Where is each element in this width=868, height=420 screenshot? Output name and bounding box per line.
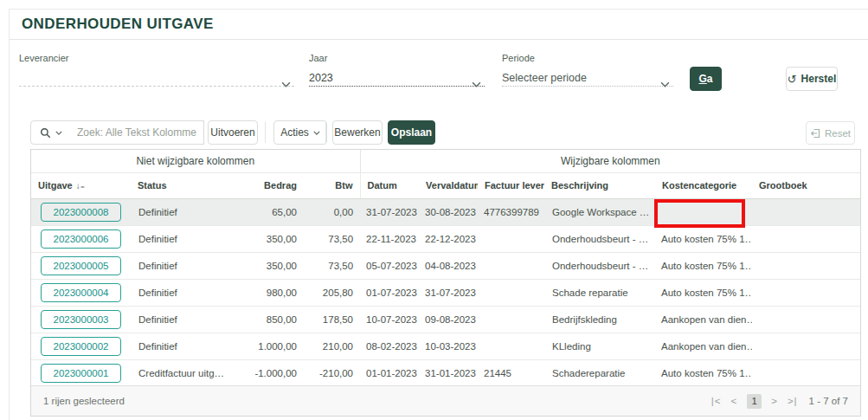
cell-beschrijving[interactable]: Onderhoudsbeurt - … <box>544 225 655 252</box>
cell-btw: 0,00 <box>304 198 360 225</box>
search-input[interactable] <box>70 120 204 145</box>
go-button[interactable]: Ga <box>690 67 722 91</box>
column-header-bedrag[interactable]: Bedrag <box>248 172 304 198</box>
cell-uitgave: 2023000004 <box>31 279 131 306</box>
cell-kostencategorie[interactable]: Aankopen van dien… <box>655 306 752 333</box>
column-header-datum[interactable]: Datum <box>360 172 419 198</box>
cell-datum[interactable]: 01-01-2023 <box>360 359 419 386</box>
cell-btw: 73,50 <box>304 225 360 252</box>
table-row: 2023000001Creditfactuur uitg…-1.000,00-2… <box>31 359 860 386</box>
search-options-button[interactable] <box>30 120 71 145</box>
uitgave-id-button[interactable]: 2023000001 <box>41 364 121 383</box>
cell-kostencategorie[interactable]: Auto kosten 75% 1… <box>655 279 752 306</box>
cell-kostencategorie[interactable]: Auto kosten 75% 1… <box>655 252 752 279</box>
column-header-row: Uitgave↓₌ Status Bedrag Btw Datum Verval… <box>31 172 860 198</box>
cell-beschrijving[interactable]: KLleding <box>544 333 655 359</box>
leverancier-select[interactable] <box>19 86 294 87</box>
cell-beschrijving[interactable]: Schadereparatie <box>544 359 655 386</box>
cell-bedrag: 980,00 <box>248 279 304 306</box>
cell-factuur[interactable] <box>478 252 544 279</box>
acties-menu-button[interactable]: Acties <box>273 120 327 145</box>
cell-factuur[interactable] <box>478 333 544 359</box>
uitgave-id-button[interactable]: 2023000002 <box>41 337 121 356</box>
cell-uitgave: 2023000008 <box>31 198 131 225</box>
cell-datum[interactable]: 05-07-2023 <box>360 252 419 279</box>
cell-datum[interactable]: 10-07-2023 <box>360 306 419 333</box>
cell-beschrijving[interactable]: Google Workspace … <box>544 198 655 225</box>
uitgave-id-button[interactable]: 2023000005 <box>41 256 121 275</box>
cell-grootboek[interactable] <box>752 306 860 333</box>
cell-bedrag: -1.000,00 <box>248 359 304 386</box>
column-header-status[interactable]: Status <box>131 172 248 198</box>
chevron-down-icon[interactable] <box>660 75 670 91</box>
cell-datum[interactable]: 01-07-2023 <box>360 279 419 306</box>
cell-factuur[interactable]: 4776399789 <box>478 198 544 225</box>
cell-uitgave: 2023000006 <box>31 225 131 252</box>
last-page-button[interactable]: >| <box>788 396 798 406</box>
cell-kostencategorie[interactable]: Auto kosten 75% 1… <box>655 359 752 386</box>
bewerken-button[interactable]: Bewerken <box>332 120 383 145</box>
cell-status: Definitief <box>131 279 248 306</box>
uitgave-id-button[interactable]: 2023000004 <box>41 283 121 302</box>
column-header-factuur-leverancier[interactable]: Factuur leverancier.. <box>478 172 544 198</box>
periode-value: Selecteer periode <box>502 72 587 84</box>
cell-vervaldatum[interactable]: 09-08-2023 <box>419 306 478 333</box>
table-row: 2023000006Definitief350,0073,5022-11-202… <box>31 225 860 252</box>
cell-beschrijving[interactable]: Bedrijfskleding <box>544 306 655 333</box>
chevron-down-icon[interactable] <box>281 75 291 91</box>
column-header-uitgave[interactable]: Uitgave↓₌ <box>31 172 131 198</box>
selection-count-text: 1 rijen geslecteerd <box>43 396 125 406</box>
column-header-grootboek[interactable]: Grootboek <box>752 172 860 198</box>
cell-grootboek[interactable] <box>752 333 860 359</box>
table-row: 2023000004Definitief980,00205,8001-07-20… <box>31 279 860 306</box>
cell-vervaldatum[interactable]: 31-07-2023 <box>419 279 478 306</box>
cell-datum[interactable]: 22-11-2023 <box>360 225 419 252</box>
cell-bedrag: 350,00 <box>248 252 304 279</box>
next-page-button[interactable]: > <box>771 396 778 406</box>
cell-factuur[interactable] <box>478 225 544 252</box>
cell-factuur[interactable] <box>478 279 544 306</box>
chevron-down-icon <box>313 131 320 135</box>
column-header-beschrijving[interactable]: Beschrijving <box>544 172 655 198</box>
interactive-grid: Niet wijzigbare kolommen Wijzigbare kolo… <box>30 149 861 417</box>
cell-grootboek[interactable] <box>752 279 860 306</box>
column-header-kostencategorie[interactable]: Kostencategorie <box>655 172 752 198</box>
cell-vervaldatum[interactable]: 22-12-2023 <box>419 225 478 252</box>
cell-grootboek[interactable] <box>752 252 860 279</box>
column-header-vervaldatum[interactable]: Vervaldatum <box>419 172 478 198</box>
chevron-down-icon[interactable] <box>472 75 481 91</box>
cell-vervaldatum[interactable]: 31-01-2023 <box>419 359 478 386</box>
cell-vervaldatum[interactable]: 30-08-2023 <box>419 198 478 225</box>
cell-grootboek[interactable] <box>752 198 860 225</box>
reset-button[interactable]: Reset <box>806 121 855 145</box>
uitgave-id-button[interactable]: 2023000003 <box>41 310 121 329</box>
previous-page-button[interactable]: < <box>730 396 737 406</box>
cell-factuur[interactable] <box>478 306 544 333</box>
column-header-btw[interactable]: Btw <box>304 172 360 198</box>
cell-datum[interactable]: 31-07-2023 <box>360 198 419 225</box>
periode-select[interactable] <box>502 86 673 87</box>
cell-beschrijving[interactable]: Onderhoudsbeurt - … <box>544 252 655 279</box>
opslaan-button[interactable]: Opslaan <box>388 120 435 145</box>
herstel-button[interactable]: ↺ Herstel <box>786 67 838 91</box>
first-page-button[interactable]: |< <box>711 396 722 406</box>
cell-datum[interactable]: 08-02-2023 <box>360 333 419 359</box>
page-title: ONDERHOUDEN UITGAVE <box>22 16 214 33</box>
cell-vervaldatum[interactable]: 10-03-2023 <box>419 333 478 359</box>
uitgave-id-button[interactable]: 2023000008 <box>41 203 121 222</box>
jaar-select[interactable] <box>309 86 485 87</box>
uitvoeren-button[interactable]: Uitvoeren <box>208 120 258 145</box>
annotation-highlight-rectangle <box>654 199 745 228</box>
cell-btw: 205,80 <box>304 279 360 306</box>
cell-btw: 73,50 <box>304 252 360 279</box>
cell-kostencategorie[interactable]: Auto kosten 75% 1… <box>655 225 752 252</box>
column-group-row: Niet wijzigbare kolommen Wijzigbare kolo… <box>31 150 860 172</box>
cell-beschrijving[interactable]: Schade reparatie <box>544 279 655 306</box>
uitgave-id-button[interactable]: 2023000006 <box>41 229 121 249</box>
cell-kostencategorie[interactable]: Aankopen van dien… <box>655 333 752 359</box>
cell-vervaldatum[interactable]: 04-08-2023 <box>419 252 478 279</box>
cell-factuur[interactable]: 21445 <box>478 359 544 386</box>
cell-grootboek[interactable] <box>752 359 860 386</box>
current-page-button[interactable]: 1 <box>747 394 762 409</box>
cell-grootboek[interactable] <box>752 225 860 252</box>
